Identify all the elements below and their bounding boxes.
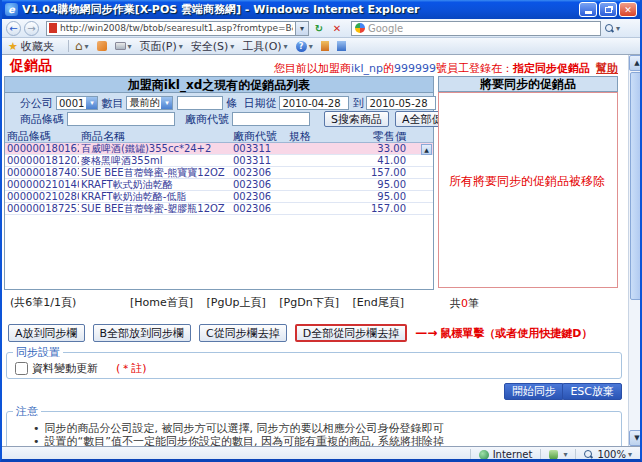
address-dropdown-button[interactable]: ▾ bbox=[296, 21, 309, 36]
tools-menu[interactable]: 工具(O) ▾ bbox=[242, 39, 287, 54]
nav-pgup[interactable]: [PgUp上頁] bbox=[207, 296, 266, 309]
rss-feed-icon bbox=[97, 41, 107, 51]
close-button[interactable]: ✕ bbox=[619, 2, 637, 17]
page-scrollbar[interactable]: ▲ ▼ bbox=[628, 55, 642, 446]
window-title: V1.04購物網同步作業[X-POS 雲端商務網] - Windows Inte… bbox=[22, 2, 577, 17]
count-input[interactable] bbox=[177, 96, 223, 110]
tools-menu-dropdown-icon: ▾ bbox=[284, 42, 288, 51]
date-from-input[interactable] bbox=[279, 96, 349, 110]
ie-logo-icon: e bbox=[5, 3, 18, 16]
minimize-button[interactable] bbox=[579, 2, 597, 17]
url-text[interactable]: http://win2008/tw/btob/searesult1.asp?fr… bbox=[60, 23, 293, 33]
tools-menu-label: 工具(O) bbox=[242, 39, 281, 54]
scrollbar-thumb[interactable] bbox=[630, 72, 642, 300]
safety-menu[interactable]: 安全(S) ▾ bbox=[191, 39, 235, 54]
barcode-input[interactable] bbox=[67, 112, 175, 126]
cell-barcode: 0000001812028 bbox=[5, 155, 79, 166]
print-dropdown-icon[interactable]: ▾ bbox=[128, 42, 132, 51]
nav-pgdn[interactable]: [PgDn下頁] bbox=[279, 296, 339, 309]
favorites-button[interactable]: ★ 收藏夹 bbox=[8, 39, 54, 54]
scroll-up-icon[interactable]: ▲ bbox=[629, 55, 642, 71]
extra-tool-icon-1 bbox=[321, 41, 329, 51]
address-input[interactable]: http://win2008/tw/btob/searesult1.asp?fr… bbox=[46, 21, 296, 36]
refresh-button[interactable]: ↻ bbox=[311, 21, 327, 36]
restore-icon bbox=[605, 7, 612, 13]
extra-tool-button-2[interactable] bbox=[337, 41, 346, 51]
back-button[interactable]: ← bbox=[6, 21, 21, 36]
table-row[interactable]: 0000001874034 SUE BEE苜蓿蜂蜜-熊寶寶12OZ 002306… bbox=[5, 167, 433, 179]
cell-spec bbox=[287, 155, 337, 166]
sync-settings-group: 同步設置 資料變動更新 (＊註) bbox=[6, 345, 622, 379]
cell-name: SUE BEE苜蓿蜂蜜-塑膠瓶12OZ bbox=[79, 203, 231, 214]
status-spacer bbox=[2, 449, 471, 461]
record-count: (共6筆1/1頁) bbox=[10, 295, 76, 310]
sync-count-prefix: 共 bbox=[450, 297, 461, 310]
filter-dropdown-icon[interactable]: ▾ bbox=[563, 450, 567, 459]
scroll-down-icon[interactable]: ▼ bbox=[629, 430, 642, 446]
safety-menu-label: 安全(S) bbox=[191, 39, 229, 54]
home-button[interactable]: ⌂ ▾ bbox=[75, 39, 89, 53]
grid-scroll-up-icon[interactable]: ▲ bbox=[421, 144, 432, 155]
nav-home[interactable]: [Home首頁] bbox=[130, 296, 193, 309]
sync-count-suffix: 筆 bbox=[468, 297, 479, 310]
promo-list-panel: 加盟商ikl_xd之現有的促銷品列表 分公司 0001▾ 數目 最前的▾ 條 日… bbox=[4, 76, 434, 290]
remove-all-from-sync-button[interactable]: D全部從同步欄去掉 bbox=[295, 324, 407, 342]
phishing-filter[interactable]: ▾ bbox=[541, 449, 576, 461]
cell-price: 33.00 bbox=[337, 143, 409, 154]
unit-label: 條 bbox=[226, 96, 237, 111]
search-products-button[interactable]: S搜索商品 bbox=[324, 111, 389, 127]
print-button[interactable]: ▾ bbox=[115, 42, 132, 51]
add-to-sync-button[interactable]: A放到同步欄 bbox=[8, 324, 85, 342]
forward-button[interactable]: → bbox=[24, 21, 39, 36]
search-go-button[interactable]: ▾ bbox=[605, 24, 620, 33]
search-dropdown-icon[interactable]: ▾ bbox=[616, 24, 620, 33]
table-row[interactable]: 0000002101402 KRAFT軟式奶油乾酪 002306 95.00 bbox=[5, 179, 433, 191]
cell-barcode: 0000001801624 bbox=[5, 143, 79, 154]
nav-end[interactable]: [End尾頁] bbox=[352, 296, 404, 309]
internet-zone-icon bbox=[479, 450, 489, 460]
form-row-2: 商品條碼 廠商代號 S搜索商品 A全部促銷品 bbox=[17, 111, 433, 127]
zoom-control[interactable]: 100% ▾ bbox=[576, 449, 640, 461]
date-to-input[interactable] bbox=[366, 96, 436, 110]
home-dropdown-icon[interactable]: ▾ bbox=[85, 42, 89, 51]
search-input[interactable]: Google bbox=[351, 21, 601, 36]
security-zone: Internet bbox=[471, 449, 542, 461]
help-menu[interactable]: ? ▾ bbox=[296, 41, 313, 52]
page-title: 促銷品 bbox=[10, 57, 52, 75]
sync-list-box[interactable]: 所有將要同步的促銷品被移除 bbox=[438, 92, 618, 288]
annotation-arrow-icon: —→ bbox=[415, 326, 437, 340]
notice-text: 的 bbox=[383, 62, 394, 75]
page-menu[interactable]: 页面(P) ▾ bbox=[140, 39, 183, 54]
table-row[interactable]: 0000002102809 KRAFT軟奶油乾酪-低脂 002306 95.00 bbox=[5, 191, 433, 203]
feed-button[interactable] bbox=[97, 41, 107, 51]
branch-dropdown-icon[interactable]: ▾ bbox=[86, 97, 97, 109]
notice-shop-id: ikl_np bbox=[351, 62, 383, 75]
cell-price: 157.00 bbox=[337, 167, 409, 178]
start-sync-button[interactable]: 開始同步 bbox=[504, 383, 564, 400]
stop-button[interactable]: ✕ bbox=[329, 21, 345, 36]
vendor-input[interactable] bbox=[232, 112, 310, 126]
restore-button[interactable] bbox=[599, 2, 617, 17]
column-header: 商品條碼 bbox=[5, 129, 79, 142]
sync-settings-legend: 同步設置 bbox=[13, 345, 63, 360]
table-row[interactable]: 0000001801624 百威啤酒(鐵罐)355cc*24+2 003311 … bbox=[5, 143, 433, 155]
zoom-dropdown-icon[interactable]: ▾ bbox=[628, 450, 632, 459]
google-icon bbox=[355, 23, 365, 33]
cell-vendor: 002306 bbox=[231, 167, 287, 178]
page-content: 促銷品 您目前以加盟商ikl_np的999999號員工登錄在：指定同步促銷品幫助… bbox=[2, 55, 642, 446]
grid-scrollbar[interactable]: ▲ bbox=[421, 144, 432, 216]
branch-select[interactable]: 0001▾ bbox=[56, 96, 98, 110]
table-row[interactable]: 0000001872531 SUE BEE苜蓿蜂蜜-塑膠瓶12OZ 002306… bbox=[5, 203, 433, 215]
note-item: 設置的“數目”值不一定能同步你設定的數目, 因為可能有重複的商品, 系統將排除掉 bbox=[33, 435, 621, 446]
extra-tool-button-1[interactable] bbox=[321, 41, 329, 51]
count-mode-dropdown-icon[interactable]: ▾ bbox=[161, 97, 172, 109]
cancel-sync-button[interactable]: ESC放棄 bbox=[562, 383, 622, 400]
add-all-to-sync-button[interactable]: B全部放到同步欄 bbox=[93, 324, 192, 342]
data-update-checkbox[interactable] bbox=[15, 362, 28, 375]
help-link[interactable]: 幫助 bbox=[596, 62, 618, 75]
home-icon: ⌂ bbox=[75, 39, 83, 53]
count-mode-select[interactable]: 最前的▾ bbox=[126, 96, 173, 110]
pagination-nav: [Home首頁] [PgUp上頁] [PgDn下頁] [End尾頁] bbox=[130, 295, 414, 310]
remove-from-sync-button[interactable]: C從同步欄去掉 bbox=[199, 324, 287, 342]
table-row[interactable]: 0000001812028 麥格黑啤酒355ml 003311 41.00 bbox=[5, 155, 433, 167]
